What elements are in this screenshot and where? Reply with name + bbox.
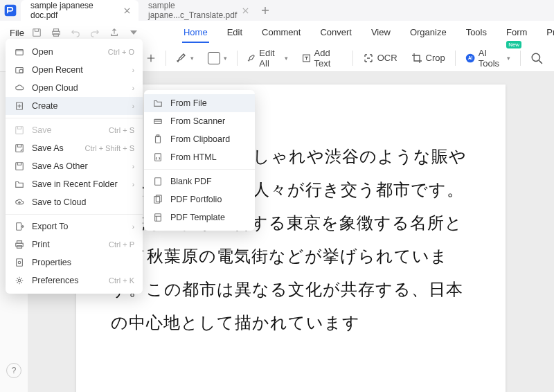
svg-point-23 [18,279,21,282]
create-icon [14,100,25,112]
menu-save: SaveCtrl + S [6,121,143,139]
tab-form[interactable]: Form [505,23,528,43]
ai-tools-button[interactable]: AI AI Tools▾ New [461,45,515,71]
add-text-tool[interactable]: Add Text [298,45,347,71]
share-icon[interactable] [107,26,121,39]
menu-open-cloud[interactable]: Open Cloud› [6,79,143,97]
svg-rect-14 [16,127,24,134]
tab-protect[interactable]: Protect [545,23,554,43]
saveas-icon [14,143,25,154]
clipboard-icon [152,134,163,145]
menu-print[interactable]: PrintCtrl + P [6,235,143,253]
svg-rect-1 [33,29,41,37]
chevron-right-icon: › [132,66,134,74]
close-icon[interactable] [242,6,249,15]
ocr-label: OCR [377,53,397,63]
tab-home[interactable]: Home [182,23,209,43]
submenu-from-scanner[interactable]: From Scanner [144,112,255,130]
tab-label: sample japanese doc.pdf [30,1,118,20]
svg-rect-17 [17,223,21,231]
gear-icon [14,275,25,286]
svg-rect-25 [156,136,161,143]
separator [6,214,143,215]
ribbon-tabs: Home Edit Comment Convert View Organize … [141,23,554,43]
search-button[interactable] [526,49,547,67]
html-icon [152,152,163,163]
save-icon [14,125,25,136]
submenu-blank-pdf[interactable]: Blank PDF [144,172,255,190]
file-icon [152,98,163,109]
submenu-portfolio[interactable]: PDF Portfolio [144,190,255,208]
menu-save-cloud[interactable]: Save to Cloud [6,193,143,211]
tab-label: sample japane...c_Translate.pdf [148,1,238,20]
separator [144,169,255,170]
export-icon [14,221,25,232]
add-text-label: Add Text [314,48,343,69]
quick-access: File [0,26,141,39]
submenu-from-file[interactable]: From File [144,94,255,112]
menu-export[interactable]: Export To› [6,217,143,235]
tab-view[interactable]: View [370,23,392,43]
undo-icon[interactable] [69,26,82,39]
submenu-template[interactable]: PDF Template [144,208,255,226]
file-dropdown: OpenCtrl + O Open Recent› Open Cloud› Cr… [6,39,143,294]
submenu-from-html[interactable]: From HTML [144,148,255,166]
recent-icon [14,64,25,75]
divider [455,51,456,66]
add-tab-button[interactable] [256,0,274,21]
create-submenu: From File From Scanner From Clipboard Fr… [144,90,255,231]
crop-label: Crop [426,53,445,63]
folder-icon [14,179,25,190]
menu-properties[interactable]: Properties [6,253,143,271]
divider [352,51,353,66]
file-menu-trigger[interactable]: File [10,28,24,38]
print-icon [14,239,25,250]
svg-rect-31 [155,214,161,222]
help-button[interactable]: ? [6,363,21,378]
menu-save-as-other[interactable]: Save As Other› [6,157,143,175]
submenu-from-clipboard[interactable]: From Clipboard [144,130,255,148]
redo-icon[interactable] [88,26,102,39]
tab-convert[interactable]: Convert [319,23,353,43]
svg-rect-27 [155,154,161,161]
divider [166,51,166,66]
svg-rect-20 [17,246,22,249]
template-icon [152,212,163,223]
tab-tools[interactable]: Tools [465,23,488,43]
chevron-right-icon: › [132,181,134,188]
svg-point-9 [532,53,539,61]
cloud-up-icon [14,197,25,208]
saveother-icon [14,161,25,172]
save-icon[interactable] [30,26,44,39]
svg-point-22 [18,261,21,264]
divider [237,51,238,66]
divider [520,51,521,66]
chevron-right-icon: › [132,223,134,231]
menu-open[interactable]: OpenCtrl + O [6,43,143,61]
edit-all-tool[interactable]: Edit All▾ [243,45,292,71]
menu-save-as[interactable]: Save AsCtrl + Shift + S [6,139,143,157]
menu-open-recent[interactable]: Open Recent› [6,61,143,79]
tab-inactive[interactable]: sample japane...c_Translate.pdf [138,0,256,21]
svg-rect-21 [17,259,23,267]
highlight-tool[interactable]: ▾ [172,50,198,66]
blank-icon [152,176,163,187]
close-icon[interactable] [123,6,132,15]
tab-active[interactable]: sample japanese doc.pdf [21,0,138,21]
quick-menu-icon[interactable] [127,26,141,39]
tab-comment[interactable]: Comment [260,23,302,43]
tab-organize[interactable]: Organize [409,23,448,43]
tab-edit[interactable]: Edit [226,23,244,43]
ocr-tool[interactable]: OCR [359,50,402,66]
menu-preferences[interactable]: PreferencesCtrl + K [6,271,143,289]
open-icon [14,46,25,57]
shape-tool[interactable]: ▾ [204,49,231,67]
scanner-icon [152,116,163,127]
separator [6,118,143,118]
menu-save-recent-folder[interactable]: Save in Recent Folder› [6,175,143,193]
print-icon[interactable] [49,26,63,39]
chevron-right-icon: › [132,103,134,110]
tab-bar: sample japanese doc.pdf sample japane...… [0,0,554,21]
menu-create[interactable]: Create› [6,97,143,115]
crop-tool[interactable]: Crop [407,50,449,66]
